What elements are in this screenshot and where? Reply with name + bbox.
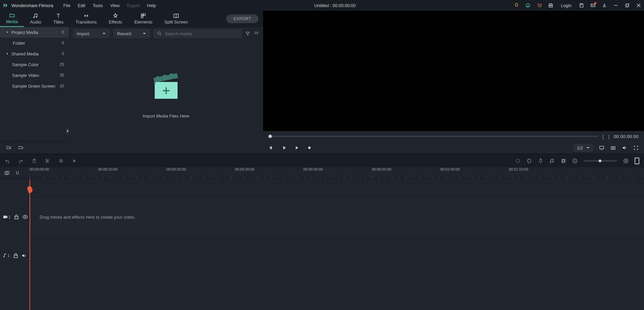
svg-rect-42 xyxy=(15,217,18,219)
folder-open-icon[interactable] xyxy=(18,145,23,150)
timeline-ruler[interactable]: 00:00:00:0000:00:10:0000:00:20:0000:00:3… xyxy=(30,167,644,179)
zoom-slider[interactable] xyxy=(584,160,617,162)
preview-display-icon[interactable] xyxy=(599,145,604,150)
play-icon[interactable] xyxy=(294,145,299,150)
adjust-icon[interactable] xyxy=(58,158,64,164)
menu-file[interactable]: File xyxy=(63,3,70,8)
sidebar-item-sample-green-screen[interactable]: Sample Green Screen 10 xyxy=(0,81,69,91)
tab-transitions[interactable]: Transitions xyxy=(69,11,103,27)
mute-icon[interactable] xyxy=(22,254,27,258)
redo-icon[interactable] xyxy=(18,158,23,164)
step-forward-icon[interactable] xyxy=(281,145,287,150)
import-dropdown[interactable]: Import xyxy=(73,29,110,38)
video-track-drop-label[interactable]: Drag media and effects here to create yo… xyxy=(30,198,644,236)
save-icon[interactable] xyxy=(579,3,584,8)
tab-elements[interactable]: Elements xyxy=(128,11,158,27)
svg-point-33 xyxy=(550,162,551,163)
voiceover-icon[interactable] xyxy=(538,158,543,164)
audio-mixer-icon[interactable] xyxy=(549,158,555,164)
new-folder-icon[interactable] xyxy=(6,145,11,150)
sidebar-item-project-media[interactable]: Project Media 0 xyxy=(0,27,69,38)
audio-waveform-icon[interactable] xyxy=(72,158,77,164)
minimize-button[interactable] xyxy=(613,3,618,8)
preview-seekbar[interactable] xyxy=(268,136,598,137)
filter-icon[interactable] xyxy=(245,31,250,36)
tab-titles[interactable]: Titles xyxy=(47,11,70,27)
playhead[interactable] xyxy=(30,179,30,310)
audio-track-body[interactable] xyxy=(30,248,644,263)
svg-rect-11 xyxy=(141,16,143,18)
chevron-down-icon xyxy=(586,147,590,149)
crop-icon[interactable] xyxy=(561,158,566,164)
preview-canvas[interactable] xyxy=(263,11,644,131)
stop-icon[interactable] xyxy=(307,145,312,150)
split-screen-icon xyxy=(173,13,179,19)
cart-icon[interactable] xyxy=(537,3,542,8)
tab-audio[interactable]: Audio xyxy=(24,11,47,27)
fullscreen-icon[interactable] xyxy=(633,145,639,150)
export-button[interactable]: EXPORT xyxy=(226,14,258,23)
snap-icon[interactable] xyxy=(15,171,20,176)
snapshot-icon[interactable] xyxy=(610,145,616,150)
close-button[interactable] xyxy=(636,3,641,8)
media-drop-zone[interactable]: Import Media Files Here xyxy=(69,40,263,154)
svg-point-17 xyxy=(255,33,256,34)
zoom-in-icon[interactable] xyxy=(623,158,629,164)
ruler-tick: 00:00:00:00 xyxy=(30,167,49,171)
mark-in-button[interactable]: { xyxy=(602,134,604,139)
svg-point-34 xyxy=(552,161,553,162)
svg-rect-24 xyxy=(611,147,615,149)
svg-point-8 xyxy=(36,16,37,17)
grid-view-icon[interactable] xyxy=(254,31,259,36)
ruler-tick: 00:00:40:00 xyxy=(303,167,323,171)
step-back-icon[interactable] xyxy=(268,145,274,150)
sidebar-item-shared-media[interactable]: Shared Media 0 xyxy=(0,48,69,59)
zoom-out-icon[interactable] xyxy=(572,158,578,164)
lock-icon[interactable] xyxy=(14,215,18,219)
idea-icon[interactable] xyxy=(514,3,519,8)
svg-point-1 xyxy=(539,7,539,7)
svg-point-30 xyxy=(60,162,61,163)
tab-effects-label: Effects xyxy=(109,19,122,25)
lock-icon[interactable] xyxy=(14,253,18,258)
search-input[interactable] xyxy=(165,31,238,36)
support-icon[interactable] xyxy=(525,3,531,8)
messages-icon[interactable] xyxy=(590,3,596,8)
render-icon[interactable] xyxy=(515,158,521,164)
tab-effects[interactable]: Effects xyxy=(103,11,128,27)
delete-icon[interactable] xyxy=(32,158,37,164)
mark-out-button[interactable]: } xyxy=(608,134,610,139)
search-media[interactable] xyxy=(153,29,242,38)
timeline-mode-icon[interactable] xyxy=(4,171,9,176)
sidebar-item-sample-video[interactable]: Sample Video 20 xyxy=(0,70,69,81)
text-icon xyxy=(55,13,61,19)
eye-icon[interactable] xyxy=(22,215,28,219)
download-icon[interactable] xyxy=(602,3,607,8)
menu-edit[interactable]: Edit xyxy=(78,3,85,8)
tab-titles-label: Titles xyxy=(53,19,64,25)
menu-view[interactable]: View xyxy=(110,3,119,8)
preview-panel: { } 00:00:00:00 1/2 xyxy=(263,11,644,154)
menu-help[interactable]: Help xyxy=(147,3,156,8)
tab-split-screen[interactable]: Split Screen xyxy=(158,11,194,27)
svg-point-43 xyxy=(24,216,26,218)
sidebar-item-sample-color[interactable]: Sample Color 25 xyxy=(0,59,69,70)
video-track-number: 1 xyxy=(8,215,10,219)
preview-ratio-dropdown[interactable]: 1/2 xyxy=(574,144,593,152)
media-toolbar: Import Record xyxy=(69,27,263,40)
login-link[interactable]: Login xyxy=(559,3,573,8)
svg-point-13 xyxy=(158,32,160,35)
svg-point-21 xyxy=(154,82,156,84)
split-icon[interactable] xyxy=(45,158,50,164)
zoom-fit-button[interactable] xyxy=(635,158,639,164)
marker-icon[interactable] xyxy=(527,158,532,164)
gift-icon[interactable] xyxy=(548,3,553,8)
maximize-button[interactable] xyxy=(625,3,630,8)
menu-tools[interactable]: Tools xyxy=(93,3,103,8)
tab-media[interactable]: Media xyxy=(0,11,24,27)
sidebar-item-folder[interactable]: Folder 0 xyxy=(0,38,69,48)
ruler-tick: 00:00:10:00 xyxy=(98,167,117,171)
record-dropdown[interactable]: Record xyxy=(113,29,150,38)
volume-icon[interactable] xyxy=(622,145,627,150)
undo-icon[interactable] xyxy=(5,158,10,164)
